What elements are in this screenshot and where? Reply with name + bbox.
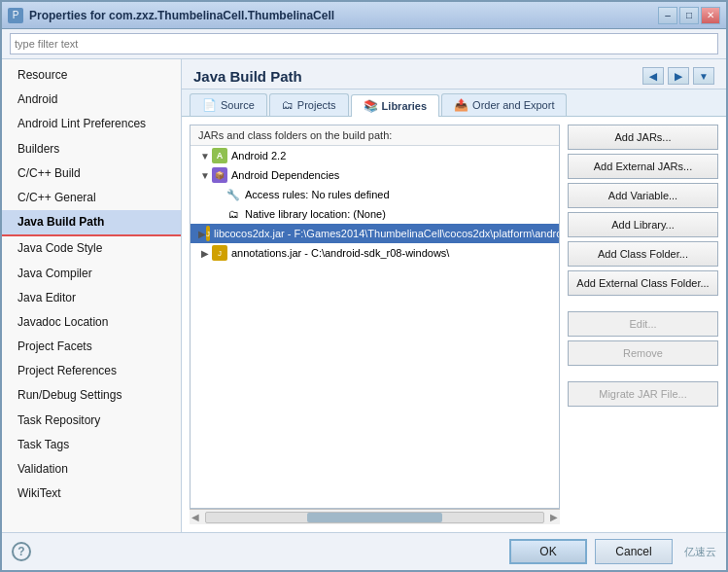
- sidebar-item-java-editor[interactable]: Java Editor: [2, 286, 181, 310]
- dialog-buttons: OK Cancel: [509, 539, 673, 564]
- add-external-jars-button[interactable]: Add External JARs...: [568, 154, 718, 179]
- tree-item-libcocos[interactable]: ▶ J libcocos2dx.jar - F:\Games2014\Thumb…: [191, 224, 559, 243]
- sidebar-item-wikitext[interactable]: WikiText: [2, 482, 181, 506]
- icon-native-lib: 🗂: [225, 206, 241, 222]
- tree-item-android22[interactable]: ▼ A Android 2.2: [191, 146, 559, 165]
- scrollbar-track[interactable]: [205, 512, 544, 523]
- label-libcocos: libcocos2dx.jar - F:\Games2014\Thumbelin…: [214, 228, 560, 239]
- add-external-class-folder-button[interactable]: Add External Class Folder...: [568, 270, 718, 296]
- tab-source[interactable]: 📄 Source: [190, 93, 267, 116]
- tree-item-native-lib[interactable]: 🗂 Native library location: (None): [191, 204, 559, 224]
- tree-item-annotations[interactable]: ▶ J annotations.jar - C:\android-sdk_r08…: [191, 243, 559, 263]
- filter-input[interactable]: [10, 33, 718, 54]
- title-bar: P Properties for com.zxz.ThumbelinaCell.…: [2, 2, 726, 29]
- sidebar-item-run-debug[interactable]: Run/Debug Settings: [2, 383, 181, 408]
- panel-title: Java Build Path ◀ ▶ ▼: [182, 59, 726, 89]
- icon-android22: A: [212, 148, 227, 163]
- sidebar-item-android[interactable]: Android: [2, 88, 181, 112]
- nav-forward-button[interactable]: ▶: [668, 67, 689, 85]
- bottom-bar: ? OK Cancel 亿速云: [2, 532, 726, 570]
- tab-bar: 📄 Source 🗂 Projects 📚 Libraries 📤 Order …: [182, 89, 726, 117]
- watermark: 亿速云: [684, 545, 716, 559]
- help-button[interactable]: ?: [12, 542, 31, 561]
- panel-body: JARs and class folders on the build path…: [182, 117, 726, 532]
- libraries-tab-icon: 📚: [364, 99, 378, 113]
- tab-projects[interactable]: 🗂 Projects: [269, 93, 349, 116]
- tree-area[interactable]: JARs and class folders on the build path…: [190, 125, 560, 509]
- tree-header: JARs and class folders on the build path…: [191, 125, 559, 146]
- nav-back-button[interactable]: ◀: [642, 67, 664, 85]
- sidebar-item-project-refs[interactable]: Project References: [2, 359, 181, 383]
- scroll-right-btn[interactable]: ▶: [548, 512, 560, 522]
- window-icon: P: [8, 8, 23, 23]
- icon-annotations: J: [212, 245, 227, 261]
- button-spacer: [568, 300, 718, 307]
- arrow-annotations: ▶: [198, 248, 212, 259]
- sidebar-item-resource[interactable]: Resource: [2, 63, 181, 88]
- sidebar-item-android-lint[interactable]: Android Lint Preferences: [2, 112, 181, 136]
- projects-tab-label: Projects: [297, 99, 336, 111]
- tree-item-access-rules[interactable]: 🔧 Access rules: No rules defined: [191, 185, 559, 204]
- title-bar-buttons: – □ ✕: [658, 7, 720, 24]
- main-content: Resource Android Android Lint Preference…: [2, 59, 726, 532]
- sidebar-item-java-compiler[interactable]: Java Compiler: [2, 262, 181, 286]
- close-button[interactable]: ✕: [701, 7, 720, 24]
- sidebar-item-javadoc[interactable]: Javadoc Location: [2, 310, 181, 335]
- button-spacer-2: [568, 370, 718, 377]
- sidebar-item-validation[interactable]: Validation: [2, 457, 181, 482]
- right-panel: Java Build Path ◀ ▶ ▼ 📄 Source 🗂 Project…: [182, 59, 726, 532]
- sidebar-item-task-repo[interactable]: Task Repository: [2, 409, 181, 433]
- order-tab-icon: 📤: [454, 98, 468, 112]
- icon-access-rules: 🔧: [225, 187, 241, 202]
- scrollbar-thumb[interactable]: [307, 513, 442, 522]
- remove-button[interactable]: Remove: [568, 340, 718, 366]
- label-annotations: annotations.jar - C:\android-sdk_r08-win…: [231, 247, 449, 259]
- nav-dropdown-button[interactable]: ▼: [693, 67, 714, 85]
- edit-button[interactable]: Edit...: [568, 311, 718, 337]
- filter-bar: [2, 29, 726, 59]
- panel-title-text: Java Build Path: [193, 68, 302, 85]
- minimize-button[interactable]: –: [658, 7, 677, 24]
- sidebar-item-builders[interactable]: Builders: [2, 137, 181, 161]
- maximize-button[interactable]: □: [679, 7, 699, 24]
- order-tab-label: Order and Export: [472, 99, 554, 111]
- cancel-button[interactable]: Cancel: [595, 539, 673, 564]
- add-jars-button[interactable]: Add JARs...: [568, 125, 718, 150]
- horizontal-scrollbar[interactable]: ◀ ▶: [190, 509, 560, 524]
- source-tab-icon: 📄: [202, 98, 217, 112]
- sidebar-item-cpp-build[interactable]: C/C++ Build: [2, 161, 181, 186]
- sidebar-item-task-tags[interactable]: Task Tags: [2, 433, 181, 457]
- sidebar-item-cpp-general[interactable]: C/C++ General: [2, 186, 181, 210]
- window-title: Properties for com.zxz.ThumbelinaCell.Th…: [29, 9, 658, 22]
- ok-button[interactable]: OK: [509, 539, 587, 564]
- add-library-button[interactable]: Add Library...: [568, 212, 718, 237]
- migrate-jar-button[interactable]: Migrate JAR File...: [568, 381, 718, 407]
- label-native-lib: Native library location: (None): [245, 208, 386, 220]
- add-class-folder-button[interactable]: Add Class Folder...: [568, 241, 718, 267]
- sidebar-item-project-facets[interactable]: Project Facets: [2, 335, 181, 359]
- action-buttons: Add JARs... Add External JARs... Add Var…: [568, 125, 718, 524]
- icon-libcocos: J: [206, 226, 210, 241]
- label-android22: Android 2.2: [231, 150, 286, 161]
- sidebar-item-java-build-path[interactable]: Java Build Path: [2, 210, 181, 236]
- arrow-libcocos: ▶: [198, 229, 206, 239]
- main-window: P Properties for com.zxz.ThumbelinaCell.…: [0, 0, 728, 572]
- tree-item-android-deps[interactable]: ▼ 📦 Android Dependencies: [191, 165, 559, 185]
- panel-nav: ◀ ▶ ▼: [642, 67, 714, 85]
- add-variable-button[interactable]: Add Variable...: [568, 183, 718, 208]
- icon-android-deps: 📦: [212, 167, 227, 183]
- arrow-android22: ▼: [198, 151, 212, 161]
- sidebar: Resource Android Android Lint Preference…: [2, 59, 182, 532]
- source-tab-label: Source: [221, 99, 255, 111]
- label-android-deps: Android Dependencies: [231, 169, 339, 181]
- tab-libraries[interactable]: 📚 Libraries: [351, 94, 439, 117]
- libraries-tab-label: Libraries: [382, 100, 427, 112]
- scroll-left-btn[interactable]: ◀: [190, 512, 201, 522]
- sidebar-item-java-code-style[interactable]: Java Code Style: [2, 236, 181, 261]
- arrow-android-deps: ▼: [198, 170, 212, 181]
- tree-container: JARs and class folders on the build path…: [190, 125, 560, 524]
- projects-tab-icon: 🗂: [282, 98, 294, 112]
- tab-order-export[interactable]: 📤 Order and Export: [441, 93, 567, 116]
- label-access-rules: Access rules: No rules defined: [245, 189, 390, 200]
